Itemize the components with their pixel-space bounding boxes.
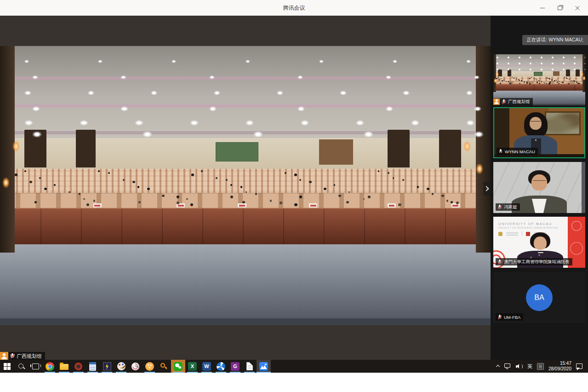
vip-head [368,196,371,198]
participant-thumbnail-2[interactable]: WYNN MACAU [493,107,585,158]
audience-head [280,202,282,204]
participant-name: UM-FBA [504,315,520,320]
purple-g-app-icon: G [231,362,240,371]
mic-muted-icon [498,259,502,264]
hidden-icons-chevron[interactable] [496,364,500,368]
wall-lamp-glow [582,76,585,81]
ceiling-light [245,60,250,63]
front-row-head [568,83,570,85]
close-button[interactable] [569,0,586,16]
volume-icon[interactable] [516,363,523,369]
taskbar-clock[interactable]: 15:47 28/09/2020 [548,361,571,372]
close-icon [575,6,580,10]
participant-name-label: 澳門大學工商管理學院陳靖涵院長 [496,258,572,265]
lightning-app-taskbar-button[interactable] [100,360,114,373]
audience-head [230,184,232,186]
red-ring-app-taskbar-button[interactable] [71,360,86,373]
notepad-icon [246,362,253,370]
audience-head [191,173,194,176]
logo-separator [522,231,522,236]
vip-head [562,81,564,83]
meeting-app-body: 广西规划馆 正在讲话: WYNN MACAU; 广西规划馆WYNN MACAU冯… [0,16,588,360]
minimize-button[interactable] [534,0,551,16]
pink-app-taskbar-button[interactable] [128,360,143,373]
audience-head [69,191,70,193]
desk-placard [238,203,246,208]
purple-g-app-taskbar-button[interactable]: G [228,360,242,373]
calculator-taskbar-button[interactable] [86,360,100,373]
start-button-taskbar-button[interactable] [0,360,14,373]
audience-head [98,170,100,172]
ceiling-light [474,106,482,111]
scene-layer [576,69,580,76]
notepad-taskbar-button[interactable] [242,360,257,373]
audience-head [529,78,531,79]
portrait-t2-paint [545,111,581,135]
ceiling-light [214,91,220,95]
vip-head [537,81,538,83]
mic-muted-icon [10,353,15,359]
room-avatar-icon [493,98,500,105]
participant-thumbnail-5[interactable]: BAUM-FBA [493,272,585,323]
participant-thumbnail-4[interactable]: UNIVERSITY OF MACAUFACULTY OF BUSINESS A… [493,217,585,268]
clock-time: 15:47 [548,361,571,367]
mic-muted-icon [498,314,502,319]
vip-head [549,81,551,83]
scene-layer [508,69,511,76]
audience-head [537,80,537,81]
scene-layer [439,130,461,167]
participant-thumbnail-1[interactable]: 广西规划馆 [493,54,585,105]
file-explorer-taskbar-button[interactable] [57,360,71,373]
participants-sidebar: 正在讲话: WYNN MACAU; 广西规划馆WYNN MACAU冯家超UNIV… [491,16,588,360]
ime-mode-icon[interactable] [537,363,544,370]
blue-fan-app-taskbar-button[interactable] [214,360,228,373]
portrait-t4-pearl [538,252,543,253]
chrome-taskbar-button[interactable] [43,360,57,373]
chrome-icon [46,362,54,371]
ceiling-light [120,75,126,79]
collapse-sidebar-button[interactable] [483,182,491,196]
scene-layer [493,55,585,70]
ime-language-badge[interactable]: 英 [527,363,532,370]
audience-head [309,181,312,184]
portrait-t2-face [530,117,541,130]
participant-thumbnail-3[interactable]: 冯家超 [493,162,585,213]
system-tray: 英 15:47 28/09/2020 [496,360,588,373]
audience-head [518,79,519,81]
task-view-taskbar-button[interactable] [29,360,43,373]
lightning-app-icon [103,362,111,370]
tencent-meeting-taskbar-button[interactable] [257,360,271,373]
ceiling-light [386,106,394,111]
audience-head [147,188,150,190]
orange-circle-app-icon [145,362,154,371]
orange-search-app-taskbar-button[interactable] [157,360,171,373]
desk-placard [309,203,317,208]
desk-placard [177,203,185,208]
blue-fan-app-icon [217,362,225,371]
window-controls [534,0,586,16]
audience-head [427,188,429,190]
mic-muted-icon [498,204,502,209]
scene-layer [388,130,410,167]
paint-taskbar-button[interactable] [114,360,128,373]
audience-head [201,170,203,172]
wechat-taskbar-button[interactable] [171,360,185,373]
network-icon[interactable] [504,363,511,369]
search-icon [18,363,25,370]
scene-layer [0,46,15,253]
main-video-auditorium[interactable] [0,46,491,325]
participant-name-label: WYNN MACAU [497,148,538,155]
front-row-head [529,83,531,85]
audience-head [456,202,459,204]
participant-name: 澳門大學工商管理學院陳靖涵院長 [504,259,570,265]
restore-button[interactable] [551,0,569,16]
orange-circle-app-taskbar-button[interactable] [143,360,157,373]
excel-taskbar-button[interactable]: X [185,360,200,373]
search-taskbar-button[interactable] [14,360,29,373]
word-taskbar-button[interactable]: W [200,360,214,373]
chevron-right-icon [484,186,489,191]
ceiling-light [209,106,217,111]
action-center-icon[interactable] [576,363,582,369]
clock-date: 28/09/2020 [548,366,571,372]
audience-head [546,83,547,84]
